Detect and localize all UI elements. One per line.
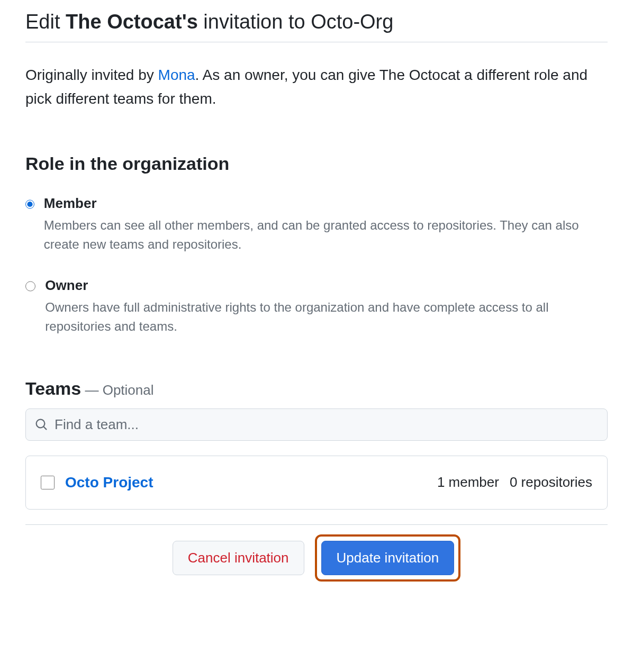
actions-bar: Cancel invitation Update invitation bbox=[25, 534, 608, 582]
team-repos-count: 0 repositories bbox=[510, 474, 592, 491]
page-title: Edit The Octocat's invitation to Octo-Or… bbox=[25, 11, 608, 33]
title-bold: The Octocat's bbox=[66, 11, 198, 33]
footer-divider bbox=[25, 524, 608, 525]
invitation-description: Originally invited by Mona. As an owner,… bbox=[25, 63, 608, 111]
team-item[interactable]: Octo Project 1 member 0 repositories bbox=[25, 456, 608, 510]
team-members-count: 1 member bbox=[437, 474, 499, 491]
header-divider bbox=[25, 42, 608, 42]
teams-section-heading: Teams — Optional bbox=[25, 378, 608, 399]
title-suffix: invitation to Octo-Org bbox=[198, 11, 394, 33]
update-button-highlight: Update invitation bbox=[315, 534, 461, 582]
role-radio-owner[interactable] bbox=[25, 280, 35, 292]
team-search-wrapper bbox=[25, 408, 608, 441]
role-option-member[interactable]: Member Members can see all other members… bbox=[25, 195, 608, 254]
search-icon bbox=[35, 418, 48, 431]
update-invitation-button[interactable]: Update invitation bbox=[321, 541, 455, 575]
inviter-link[interactable]: Mona bbox=[158, 67, 195, 83]
role-option-owner[interactable]: Owner Owners have full administrative ri… bbox=[25, 277, 608, 336]
cancel-invitation-button[interactable]: Cancel invitation bbox=[173, 541, 304, 575]
title-prefix: Edit bbox=[25, 11, 66, 33]
role-label-member: Member bbox=[44, 195, 608, 212]
role-label-owner: Owner bbox=[45, 277, 608, 294]
team-search-input[interactable] bbox=[25, 408, 608, 441]
teams-optional-label: — Optional bbox=[81, 382, 153, 398]
team-name-link[interactable]: Octo Project bbox=[65, 474, 427, 491]
teams-heading-text: Teams bbox=[25, 378, 81, 398]
role-desc-owner: Owners have full administrative rights t… bbox=[45, 300, 548, 333]
role-section-heading: Role in the organization bbox=[25, 153, 608, 174]
team-checkbox[interactable] bbox=[41, 476, 55, 489]
role-radio-member[interactable] bbox=[25, 198, 34, 210]
role-desc-member: Members can see all other members, and c… bbox=[44, 218, 579, 251]
desc-prefix: Originally invited by bbox=[25, 67, 158, 83]
